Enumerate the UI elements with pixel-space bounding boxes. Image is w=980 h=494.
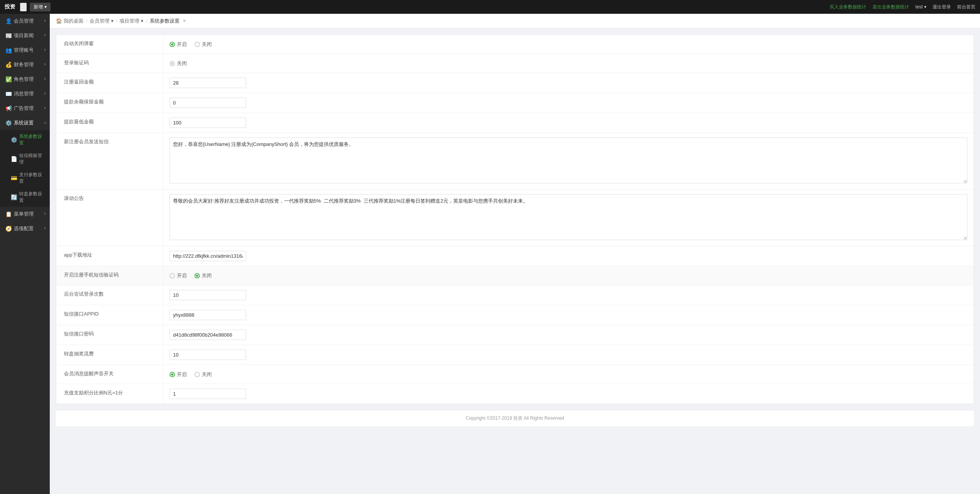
settings-value-recharge-points xyxy=(163,384,973,404)
new-button[interactable]: 新增 ▾ xyxy=(30,3,51,11)
settings-label-auto-close-verify: 自动关闭弹窗 xyxy=(56,35,163,54)
settings-row-auto-close-verify: 自动关闭弹窗开启关闭 xyxy=(56,35,973,54)
chevron-down-icon: ▾ xyxy=(44,4,47,10)
breadcrumb-project[interactable]: 项目管理 ▾ xyxy=(119,18,144,25)
close-icon[interactable]: ✕ xyxy=(183,18,186,23)
sidebar-item-system[interactable]: ⚙️ 系统设置 xyxy=(0,116,50,130)
input-reg-return-amount[interactable] xyxy=(170,78,246,88)
settings-value-sms-password xyxy=(163,325,973,345)
settings-row-scroll-notice: 滚动公告⤡ xyxy=(56,190,973,246)
user-dropdown[interactable]: test ▾ xyxy=(915,4,926,10)
settings-label-member-msg-sound: 会员消息提醒声音开关 xyxy=(56,365,163,384)
radio-item-member-msg-sound-1[interactable]: 关闭 xyxy=(194,371,212,378)
order-icon: 📋 xyxy=(5,211,11,217)
sidebar-item-role[interactable]: ✅ 角色管理 xyxy=(0,72,50,87)
settings-row-reg-phone-verify: 开启注册手机短信验证码开启关闭 xyxy=(56,266,973,285)
sell-stats-link[interactable]: 卖出业务数据统计 xyxy=(872,4,909,10)
radio-item-auto-close-verify-1[interactable]: 关闭 xyxy=(194,41,212,48)
settings-label-scroll-notice: 滚动公告 xyxy=(56,190,163,246)
settings-label-app-download-url: app下载地址 xyxy=(56,246,163,266)
sms-template-icon: 📄 xyxy=(11,156,17,162)
settings-value-member-msg-sound: 开启关闭 xyxy=(163,365,973,384)
app-logo: 投资 xyxy=(5,3,15,10)
transfer-params-icon: 🔄 xyxy=(11,194,17,200)
settings-row-reg-return-amount: 注册返回金额 xyxy=(56,73,973,93)
settings-label-turntable-fee: 转盘抽奖流费 xyxy=(56,345,163,365)
input-recharge-points[interactable] xyxy=(170,389,246,399)
settings-row-sms-password: 短信接口密码 xyxy=(56,325,973,345)
role-icon: ✅ xyxy=(5,76,11,82)
home-button[interactable]: 前台首页 xyxy=(957,4,975,10)
settings-value-new-member-sms: ⤡ xyxy=(163,133,973,189)
settings-row-recharge-points: 充值支励积分比例N元=1分 xyxy=(56,384,973,404)
top-nav-right: 买入业务数据统计 卖出业务数据统计 test ▾ 退出登录 前台首页 xyxy=(830,4,975,10)
input-withdraw-min[interactable] xyxy=(170,118,246,128)
radio-group-auto-close-verify: 开启关闭 xyxy=(170,41,212,48)
settings-value-auto-close-verify: 开启关闭 xyxy=(163,35,973,54)
sidebar-item-order[interactable]: 📋 菜单管理 xyxy=(0,207,50,221)
hamburger-icon[interactable]: ☰ xyxy=(20,3,27,11)
ad-icon: 📢 xyxy=(5,105,11,111)
breadcrumb-home[interactable]: 🏠 我的桌面 xyxy=(56,18,83,25)
sidebar-item-finance[interactable]: 💰 财务管理 xyxy=(0,57,50,72)
radio-item-reg-phone-verify-0[interactable]: 开启 xyxy=(170,272,187,279)
radio-circle-reg-phone-verify-0 xyxy=(170,273,175,278)
textarea-wrapper-new-member-sms: ⤡ xyxy=(170,137,967,185)
logout-button[interactable]: 退出登录 xyxy=(933,4,951,10)
radio-group-reg-phone-verify: 开启关闭 xyxy=(170,272,212,279)
input-turntable-fee[interactable] xyxy=(170,350,246,360)
settings-label-reg-phone-verify: 开启注册手机短信验证码 xyxy=(56,266,163,285)
system-icon: ⚙️ xyxy=(5,120,11,126)
settings-value-withdraw-reserve xyxy=(163,93,973,113)
radio-item-login-captcha-0[interactable]: 关闭 xyxy=(170,60,187,67)
settings-label-login-captcha: 登录验证码 xyxy=(56,54,163,73)
settings-row-sms-appid: 短信接口APPID xyxy=(56,305,973,325)
settings-row-member-msg-sound: 会员消息提醒声音开关开启关闭 xyxy=(56,365,973,384)
breadcrumb: 🏠 我的桌面 / 会员管理 ▾ / 项目管理 ▾ / 系统参数设置 ✕ xyxy=(50,14,980,28)
resize-handle-icon: ⤡ xyxy=(963,179,966,183)
nav-icon: 🧭 xyxy=(5,226,11,232)
sidebar-sub-transfer-params[interactable]: 🔄 转盘参数设置 xyxy=(0,188,50,207)
settings-row-login-captcha: 登录验证码关闭 xyxy=(56,54,973,73)
member-icon: 👤 xyxy=(5,18,11,24)
sidebar-sub-sms-template[interactable]: 📄 短信模板管理 xyxy=(0,149,50,168)
radio-item-auto-close-verify-0[interactable]: 开启 xyxy=(170,41,187,48)
settings-value-sms-appid xyxy=(163,305,973,325)
radio-circle-login-captcha-0 xyxy=(170,61,175,66)
settings-label-withdraw-reserve: 提款余额保留金额 xyxy=(56,93,163,113)
radio-item-member-msg-sound-0[interactable]: 开启 xyxy=(170,371,187,378)
radio-item-reg-phone-verify-1[interactable]: 关闭 xyxy=(194,272,212,279)
settings-row-withdraw-min: 提款最低金额 xyxy=(56,113,973,133)
input-sms-appid[interactable] xyxy=(170,310,246,320)
sidebar-item-project-news[interactable]: 📰 项目新闻 xyxy=(0,28,50,43)
sidebar-sub-pay-params[interactable]: 💳 支付参数设置 xyxy=(0,168,50,188)
message-icon: ✉️ xyxy=(5,91,11,97)
radio-circle-reg-phone-verify-1 xyxy=(194,273,200,278)
textarea-scroll-notice[interactable] xyxy=(170,194,967,240)
buy-stats-link[interactable]: 买入业务数据统计 xyxy=(830,4,866,10)
sidebar-sub-sys-params[interactable]: ⚙️ 系统参数设置 xyxy=(0,130,50,149)
sidebar-item-ad[interactable]: 📢 广告管理 xyxy=(0,101,50,116)
radio-circle-auto-close-verify-1 xyxy=(194,42,200,47)
input-backend-login-attempts[interactable] xyxy=(170,290,246,300)
account-icon: 👥 xyxy=(5,47,11,53)
finance-icon: 💰 xyxy=(5,62,11,68)
sidebar-item-member[interactable]: 👤 会员管理 xyxy=(0,14,50,28)
input-app-download-url[interactable] xyxy=(170,251,246,261)
settings-value-login-captcha: 关闭 xyxy=(163,54,973,73)
news-icon: 📰 xyxy=(5,33,11,39)
radio-circle-member-msg-sound-1 xyxy=(194,372,200,377)
breadcrumb-member[interactable]: 会员管理 ▾ xyxy=(90,18,114,25)
sidebar-item-nav[interactable]: 🧭 选项配置 xyxy=(0,221,50,236)
input-sms-password[interactable] xyxy=(170,330,246,340)
chevron-down-icon: ▾ xyxy=(141,18,144,24)
sidebar-item-message[interactable]: ✉️ 消息管理 xyxy=(0,87,50,101)
settings-value-withdraw-min xyxy=(163,113,973,132)
sidebar-item-manage-account[interactable]: 👥 管理账号 xyxy=(0,43,50,57)
input-withdraw-reserve[interactable] xyxy=(170,98,246,108)
chevron-down-icon: ▾ xyxy=(111,18,114,24)
home-icon: 🏠 xyxy=(56,18,62,24)
new-btn-label: 新增 xyxy=(34,4,43,10)
settings-label-recharge-points: 充值支励积分比例N元=1分 xyxy=(56,384,163,404)
textarea-new-member-sms[interactable] xyxy=(170,137,967,183)
